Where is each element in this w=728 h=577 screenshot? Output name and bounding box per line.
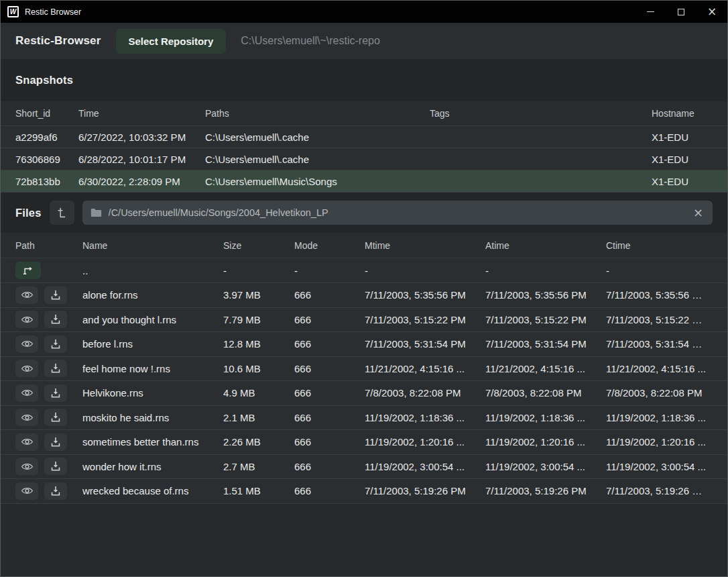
snapshots-table-header: Short_id Time Paths Tags Hostname — [1, 101, 727, 126]
select-repository-button[interactable]: Select Repository — [116, 29, 227, 54]
snapshot-hostname: X1-EDU — [652, 154, 713, 165]
file-mtime: 7/11/2003, 5:35:56 PM — [365, 289, 485, 301]
download-file-button[interactable] — [44, 335, 67, 353]
preview-file-button[interactable] — [15, 311, 38, 328]
file-ctime: 11/19/2002, 1:20:16 ... — [606, 436, 713, 448]
download-icon — [50, 339, 61, 350]
file-mode: 666 — [294, 412, 365, 423]
folder-icon — [90, 208, 102, 217]
file-size: 2.7 MB — [223, 461, 294, 472]
col-mtime: Mtime — [365, 240, 485, 251]
file-atime: 11/19/2002, 1:18:36 ... — [485, 412, 606, 423]
download-file-button[interactable] — [44, 286, 67, 304]
file-row: wonder how it.rns 2.7 MB 666 11/19/2002,… — [1, 455, 727, 480]
snapshot-short-id: 76306869 — [15, 154, 78, 165]
file-size: 1.51 MB — [223, 485, 294, 496]
preview-file-button[interactable] — [15, 360, 38, 377]
minimize-button[interactable] — [635, 1, 666, 23]
file-name: .. — [82, 265, 223, 276]
download-file-button[interactable] — [44, 433, 67, 451]
file-atime: - — [485, 265, 606, 276]
file-name: wrecked because of.rns — [82, 485, 223, 496]
eye-icon — [21, 364, 34, 374]
eye-icon — [21, 315, 34, 325]
clear-path-button[interactable]: × — [692, 207, 705, 219]
preview-file-button[interactable] — [15, 286, 38, 304]
file-ctime: 7/11/2003, 5:35:56 PM — [606, 289, 713, 301]
snapshot-row[interactable]: 76306869 6/28/2022, 10:01:17 PM C:\Users… — [1, 148, 727, 170]
col-ctime: Ctime — [606, 240, 713, 251]
col-short-id: Short_id — [15, 108, 78, 119]
titlebar-left: W Restic Browser — [1, 6, 81, 17]
snapshot-hostname: X1-EDU — [652, 132, 713, 143]
file-mode: 666 — [294, 387, 365, 399]
file-atime: 7/8/2003, 8:22:08 PM — [485, 387, 606, 399]
minimize-icon — [647, 11, 654, 12]
download-icon — [50, 437, 61, 448]
file-ctime: - — [606, 265, 713, 276]
col-time: Time — [78, 108, 205, 119]
files-path-value: /C/Users/emuell/Music/Songs/2004_Helveti… — [109, 207, 685, 218]
maximize-icon — [678, 9, 684, 15]
snapshot-time: 6/27/2022, 10:03:32 PM — [78, 132, 205, 143]
snapshot-short-id: a2299af6 — [15, 132, 78, 143]
download-file-button[interactable] — [44, 360, 67, 377]
snapshot-row[interactable]: a2299af6 6/27/2022, 10:03:32 PM C:\Users… — [1, 126, 727, 148]
download-icon — [50, 314, 61, 325]
file-size: 4.9 MB — [223, 387, 294, 399]
repository-path: C:\Users\emuell\~\restic-repo — [241, 35, 380, 47]
files-section-header: Files /C/Users/emuell/Music/Songs/2004_H… — [1, 193, 727, 233]
download-file-button[interactable] — [44, 409, 67, 426]
file-name: and you thought l.rns — [82, 314, 223, 325]
preview-file-button[interactable] — [15, 482, 38, 500]
preview-file-button[interactable] — [15, 409, 38, 426]
snapshot-paths: C:\Users\emuell\.cache — [205, 154, 430, 165]
file-atime: 11/19/2002, 3:00:54 ... — [485, 461, 606, 472]
file-name: wonder how it.rns — [82, 461, 223, 472]
maximize-button[interactable] — [666, 1, 696, 23]
file-mode: 666 — [294, 485, 365, 496]
file-ctime: 7/8/2003, 8:22:08 PM — [606, 387, 713, 399]
download-icon — [50, 363, 61, 374]
close-button[interactable]: × — [696, 1, 727, 23]
download-file-button[interactable] — [44, 458, 67, 475]
file-size: 12.8 MB — [223, 338, 294, 350]
file-name: before l.rns — [82, 338, 223, 350]
file-mtime: - — [365, 265, 485, 276]
file-mtime: 7/11/2003, 5:15:22 PM — [365, 314, 485, 325]
file-mode: - — [294, 265, 365, 276]
preview-file-button[interactable] — [15, 335, 38, 353]
tree-mode-toggle-button[interactable] — [50, 201, 74, 225]
eye-icon — [21, 413, 34, 423]
download-icon — [50, 412, 61, 423]
window-controls: × — [635, 1, 727, 23]
preview-file-button[interactable] — [15, 458, 38, 475]
download-file-button[interactable] — [44, 384, 67, 402]
col-paths: Paths — [205, 108, 430, 119]
preview-file-button[interactable] — [15, 433, 38, 451]
files-path-input[interactable]: /C/Users/emuell/Music/Songs/2004_Helveti… — [82, 201, 713, 225]
file-mode: 666 — [294, 436, 365, 448]
file-mode: 666 — [294, 289, 365, 301]
col-name: Name — [82, 240, 223, 251]
download-icon — [50, 388, 61, 399]
snapshots-section-header: Snapshots — [1, 59, 727, 101]
file-ctime: 11/19/2002, 3:00:54 ... — [606, 461, 713, 472]
preview-file-button[interactable] — [15, 384, 38, 402]
snapshot-row-selected[interactable]: 72b813bb 6/30/2022, 2:28:09 PM C:\Users\… — [1, 170, 727, 193]
file-row: alone for.rns 3.97 MB 666 7/11/2003, 5:3… — [1, 283, 727, 308]
snapshot-hostname: X1-EDU — [652, 176, 713, 187]
file-atime: 11/19/2002, 1:20:16 ... — [485, 436, 606, 448]
wails-logo-icon: W — [7, 6, 19, 17]
file-mtime: 11/19/2002, 1:18:36 ... — [365, 412, 485, 423]
go-up-directory-button[interactable] — [15, 262, 41, 279]
file-atime: 7/11/2003, 5:15:22 PM — [485, 314, 606, 325]
download-file-button[interactable] — [44, 311, 67, 328]
col-size: Size — [223, 240, 294, 251]
file-name: moskito he said.rns — [82, 412, 223, 423]
file-row: Helvikone.rns 4.9 MB 666 7/8/2003, 8:22:… — [1, 381, 727, 406]
file-row: sometimes better than.rns 2.26 MB 666 11… — [1, 430, 727, 455]
snapshot-time: 6/30/2022, 2:28:09 PM — [78, 176, 205, 187]
download-file-button[interactable] — [44, 482, 67, 500]
file-mtime: 11/21/2002, 4:15:16 ... — [365, 363, 485, 374]
